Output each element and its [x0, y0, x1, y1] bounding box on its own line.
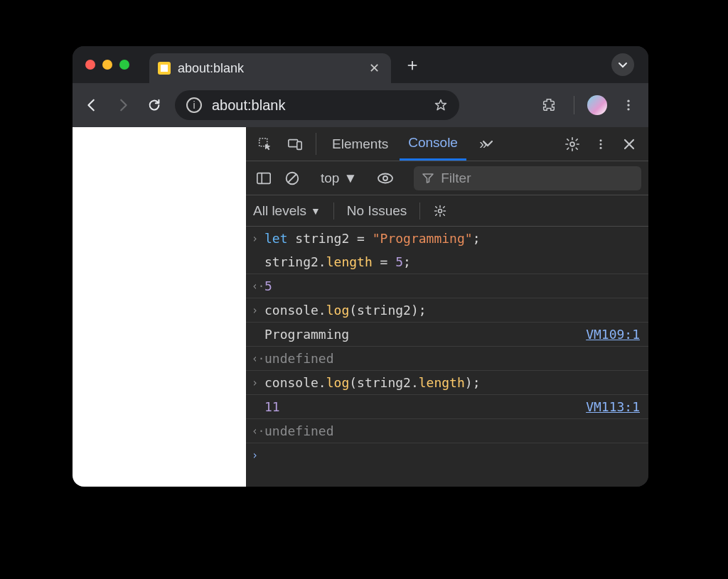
- context-selector[interactable]: top ▼: [321, 171, 357, 186]
- address-bar[interactable]: i about:blank: [175, 90, 459, 120]
- svg-point-7: [600, 139, 602, 141]
- row-gutter-icon: ›: [252, 303, 264, 317]
- console-row[interactable]: ›console.log(string2);: [246, 298, 648, 323]
- row-gutter-icon: ‹·: [252, 278, 264, 293]
- row-gutter-icon: ›: [252, 231, 264, 245]
- console-row[interactable]: 11VM113:1: [246, 395, 648, 419]
- devtools-menu-icon[interactable]: [589, 136, 613, 152]
- svg-rect-4: [289, 139, 298, 146]
- maximize-window-button[interactable]: [119, 60, 129, 70]
- filter-placeholder: Filter: [441, 171, 471, 186]
- dropdown-icon: ▼: [343, 171, 357, 186]
- svg-point-16: [439, 209, 442, 212]
- bookmark-icon[interactable]: [434, 98, 448, 112]
- row-gutter-icon: [252, 254, 264, 269]
- devtools-close-icon[interactable]: [617, 138, 641, 151]
- row-gutter-icon: ›: [252, 375, 264, 389]
- browser-window: about:blank ✕ ＋ i about:blank: [73, 46, 648, 487]
- devtools-settings-icon[interactable]: [560, 136, 584, 152]
- log-levels-label: All levels: [253, 203, 306, 219]
- row-gutter-icon: [252, 327, 264, 341]
- reload-button[interactable]: [144, 94, 165, 116]
- console-toolbar: top ▼ Filter: [246, 161, 648, 195]
- site-info-icon[interactable]: i: [186, 97, 202, 113]
- console-row[interactable]: ›console.log(string2.length);: [246, 371, 648, 395]
- row-content: console.log(string2);: [264, 303, 643, 318]
- minimize-window-button[interactable]: [102, 60, 112, 70]
- device-toolbar-icon[interactable]: [282, 127, 309, 161]
- console-settings-icon[interactable]: [433, 204, 447, 218]
- content-area: Elements Console »: [73, 127, 648, 487]
- issues-button[interactable]: No Issues: [347, 203, 407, 219]
- close-window-button[interactable]: [85, 60, 95, 70]
- clear-console-icon[interactable]: [282, 168, 303, 189]
- tab-favicon: [158, 62, 171, 75]
- chrome-menu-icon[interactable]: [617, 98, 640, 112]
- console-subbar: All levels ▼ No Issues: [246, 195, 648, 227]
- console-prompt[interactable]: ›: [246, 443, 648, 466]
- devtools-panel: Elements Console »: [246, 127, 648, 487]
- source-link[interactable]: VM113:1: [586, 399, 643, 414]
- close-tab-button[interactable]: ✕: [366, 60, 382, 76]
- row-content: 5: [264, 278, 643, 293]
- browser-toolbar: i about:blank: [73, 83, 648, 127]
- page-viewport[interactable]: [73, 127, 246, 487]
- new-tab-button[interactable]: ＋: [404, 53, 421, 76]
- svg-rect-5: [297, 141, 301, 149]
- svg-point-1: [627, 104, 629, 106]
- devtools-tabbar: Elements Console »: [246, 127, 648, 161]
- forward-button[interactable]: [112, 94, 134, 116]
- extensions-icon[interactable]: [537, 97, 561, 113]
- row-content: 11: [264, 399, 586, 414]
- console-output[interactable]: ›let string2 = "Programming"; string2.le…: [246, 227, 648, 487]
- toggle-sidebar-icon[interactable]: [253, 168, 274, 189]
- console-row[interactable]: string2.length = 5;: [246, 250, 648, 274]
- row-content: string2.length = 5;: [264, 254, 643, 269]
- address-text: about:blank: [212, 97, 424, 114]
- more-tabs-icon[interactable]: »: [469, 127, 498, 161]
- row-content: console.log(string2.length);: [264, 375, 643, 390]
- row-content: undefined: [264, 423, 643, 438]
- back-button[interactable]: [81, 94, 102, 116]
- window-controls: [85, 60, 129, 70]
- svg-point-8: [600, 143, 602, 145]
- svg-point-2: [627, 108, 629, 110]
- row-gutter-icon: ‹·: [252, 351, 264, 365]
- row-content: undefined: [264, 351, 643, 366]
- svg-point-15: [383, 176, 387, 180]
- filter-icon: [422, 173, 434, 184]
- console-row[interactable]: ‹·undefined: [246, 347, 648, 371]
- live-expression-icon[interactable]: [375, 168, 396, 189]
- issues-label: No Issues: [347, 203, 407, 219]
- row-gutter-icon: [252, 399, 264, 413]
- console-row[interactable]: ‹·undefined: [246, 419, 648, 443]
- tabs-dropdown-button[interactable]: [611, 53, 634, 76]
- svg-point-14: [378, 173, 392, 183]
- tab-console[interactable]: Console: [400, 127, 466, 161]
- profile-avatar[interactable]: [587, 95, 607, 115]
- browser-tab[interactable]: about:blank ✕: [149, 53, 391, 83]
- svg-line-13: [289, 174, 296, 182]
- log-levels-selector[interactable]: All levels ▼: [253, 203, 321, 219]
- console-row[interactable]: ProgrammingVM109:1: [246, 323, 648, 347]
- inspect-element-icon[interactable]: [252, 127, 279, 161]
- console-filter[interactable]: Filter: [414, 166, 641, 190]
- svg-point-9: [600, 146, 602, 148]
- toolbar-separator: [574, 96, 574, 114]
- row-content: let string2 = "Programming";: [264, 231, 643, 246]
- svg-point-6: [570, 142, 574, 146]
- row-gutter-icon: ‹·: [252, 423, 264, 438]
- row-content: Programming: [264, 327, 586, 342]
- titlebar: about:blank ✕ ＋: [73, 46, 648, 83]
- tab-elements[interactable]: Elements: [323, 127, 397, 161]
- svg-rect-10: [257, 173, 270, 183]
- context-label: top: [321, 171, 339, 186]
- dropdown-icon: ▼: [311, 205, 321, 217]
- svg-point-0: [627, 100, 629, 102]
- console-row[interactable]: ›let string2 = "Programming";: [246, 227, 648, 250]
- tab-title: about:blank: [178, 61, 359, 76]
- console-row[interactable]: ‹·5: [246, 274, 648, 298]
- source-link[interactable]: VM109:1: [586, 327, 643, 342]
